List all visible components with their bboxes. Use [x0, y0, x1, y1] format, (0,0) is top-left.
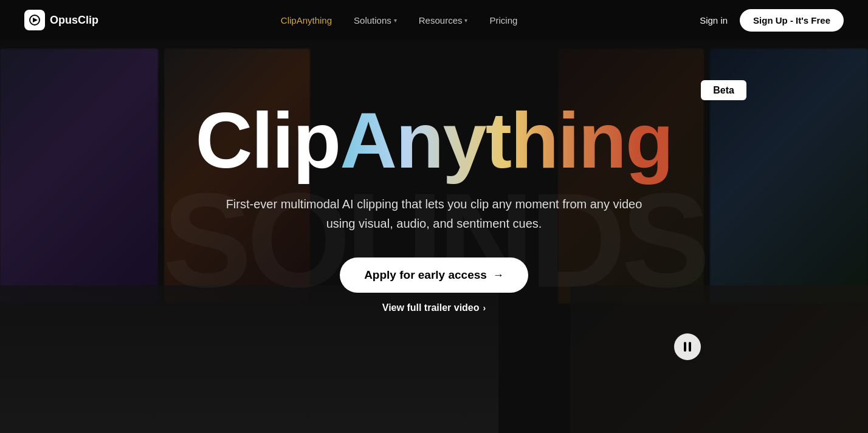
nav-solutions[interactable]: Solutions ▾	[354, 15, 397, 26]
nav-pricing[interactable]: Pricing	[489, 15, 517, 26]
early-access-button[interactable]: Apply for early access →	[340, 257, 528, 293]
pause-icon	[684, 342, 691, 352]
cta-section: Apply for early access → View full trail…	[340, 257, 528, 313]
resources-chevron-icon: ▾	[464, 17, 467, 24]
pause-button[interactable]	[674, 333, 701, 360]
early-access-label: Apply for early access	[364, 268, 487, 282]
title-anything: Anything	[340, 96, 672, 185]
trailer-link[interactable]: View full trailer video ›	[382, 302, 486, 313]
nav-right: Sign in Sign Up - It's Free	[700, 9, 844, 32]
arrow-icon: →	[493, 269, 504, 282]
logo-text: OpusClip	[50, 14, 98, 27]
beta-badge: Beta	[701, 80, 746, 100]
trailer-label: View full trailer video	[382, 302, 480, 313]
solutions-chevron-icon: ▾	[394, 17, 397, 24]
signin-button[interactable]: Sign in	[700, 15, 728, 26]
hero-title: ClipAnything	[196, 101, 673, 180]
signup-button[interactable]: Sign Up - It's Free	[740, 9, 844, 32]
title-clip: Clip	[196, 96, 340, 185]
logo-icon	[24, 10, 45, 30]
beta-badge-wrap: Beta	[701, 85, 746, 96]
nav-clipanything[interactable]: ClipAnything	[281, 15, 332, 26]
pause-bar-right	[689, 342, 691, 352]
hero-subtitle: First-ever multimodal AI clipping that l…	[215, 194, 653, 233]
nav-resources[interactable]: Resources ▾	[419, 15, 468, 26]
pause-bar-left	[684, 342, 686, 352]
logo[interactable]: OpusClip	[24, 10, 98, 30]
trailer-chevron-icon: ›	[483, 303, 486, 313]
nav-center: ClipAnything Solutions ▾ Resources ▾ Pri…	[281, 15, 518, 26]
navbar: OpusClip ClipAnything Solutions ▾ Resour…	[0, 0, 868, 40]
svg-marker-1	[33, 18, 38, 22]
